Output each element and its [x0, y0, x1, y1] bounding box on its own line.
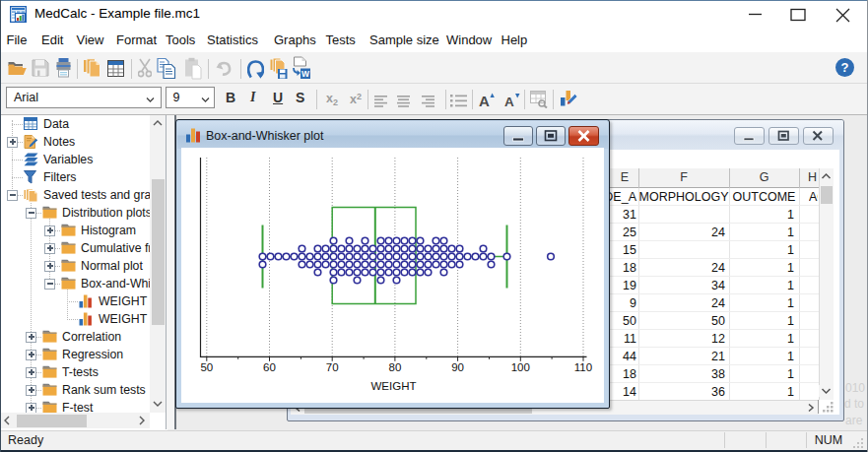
svg-text:A: A: [479, 93, 490, 108]
svg-text:60: 60: [263, 361, 276, 373]
svg-text:80: 80: [388, 361, 401, 373]
svg-text:WEIGHT: WEIGHT: [370, 380, 416, 392]
svg-text:?: ?: [841, 60, 849, 75]
svg-text:A: A: [504, 95, 514, 108]
svg-text:90: 90: [451, 361, 464, 373]
svg-text:100: 100: [510, 361, 529, 373]
svg-text:70: 70: [325, 361, 338, 373]
svg-text:110: 110: [573, 361, 591, 373]
svg-text:50: 50: [200, 361, 213, 373]
svg-text:W: W: [301, 69, 310, 79]
